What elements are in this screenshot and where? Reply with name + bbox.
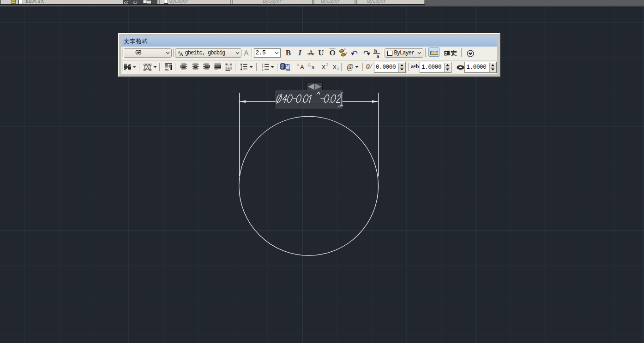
svg-text:A: A [146, 65, 150, 70]
svg-text:A: A [286, 64, 289, 67]
svg-text:3: 3 [262, 68, 263, 71]
